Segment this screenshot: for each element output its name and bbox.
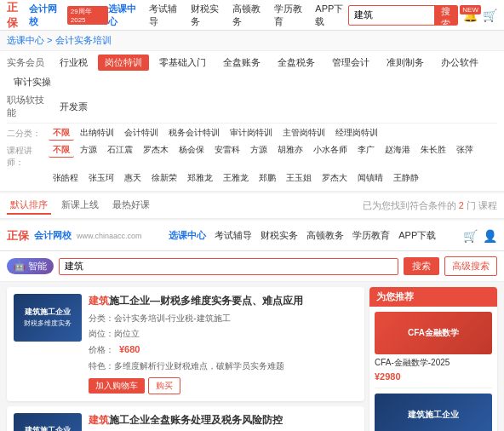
cat-label-zhichang: 职场软技能 [7, 94, 49, 119]
rec-thumb-2: 建筑施工企业 [375, 394, 492, 431]
cat-zhichang-fapiao[interactable]: 开发票 [53, 99, 94, 115]
top-search-input[interactable] [349, 10, 434, 20]
sub-fen-buxian[interactable]: 不限 [49, 126, 74, 141]
breadcrumb-link[interactable]: 选课中心 > 会计实务培训 [7, 35, 112, 45]
nav-item-exam[interactable]: 考试辅导 [149, 3, 182, 28]
sub-jiao-yang[interactable]: 杨会保 [175, 143, 209, 158]
breadcrumb: 选课中心 > 会计实务培训 [0, 31, 504, 51]
sub-jiao-li[interactable]: 李广 [353, 143, 379, 158]
meta-feature-1: 特色：多维度解析行业财税难点，破解学员实务难题 [89, 361, 284, 371]
cat-shiwu-zhunze[interactable]: 准则制务 [380, 55, 431, 71]
sub-fen-kuaiji[interactable]: 会计特训 [120, 126, 163, 141]
sub-jiao-hu[interactable]: 胡雅亦 [273, 143, 307, 158]
sort-options: 默认排序 新课上线 最热好课 [7, 197, 153, 215]
ai-search-bar: 🤖 智能 搜索 高级搜索 [0, 251, 504, 282]
nav2-item-tax[interactable]: 财税实务 [261, 229, 298, 242]
sub-cat-fen-items: 不限 出纳特训 会计特训 税务会计特训 审计岗特训 主管岗特训 经理岗特训 [49, 126, 497, 141]
course-card-2: 建筑施工企业 全盘账务处理 建筑施工企业全盘账务处理及税务风险防控 分类：会计实… [7, 406, 364, 431]
sub-jiao2-luo2[interactable]: 罗杰大 [318, 171, 352, 185]
nav2-item-select[interactable]: 选课中心 [169, 229, 206, 242]
course-title-2: 建筑施工企业全盘账务处理及税务风险防控 [89, 413, 358, 428]
sort-bar: 默认排序 新课上线 最热好课 已为您找到符合条件的 2 门 课程 [0, 193, 504, 219]
sub-jiao-fangyuan[interactable]: 方源 [76, 143, 101, 158]
ai-search-button[interactable]: 搜索 [404, 257, 439, 275]
cat-shiwu-quanpan[interactable]: 全盘账务 [216, 55, 267, 71]
nav2-item-app[interactable]: APP下载 [398, 229, 436, 242]
rec-thumb-text-1: CFA金融数学 [408, 327, 459, 339]
cat-shiwu-guanli[interactable]: 管理会计 [325, 55, 376, 71]
user-icon[interactable]: 👤 [483, 229, 497, 243]
ai-advanced-button[interactable]: 高级搜索 [444, 256, 497, 276]
rec-price-1: ¥2980 [375, 371, 401, 382]
sub-jiao-fang2[interactable]: 方源 [246, 143, 272, 158]
sub-jiao-zhu[interactable]: 朱长胜 [416, 143, 450, 158]
logo-area-2: 正保 会计网校 www.chinaacc.com [7, 228, 142, 244]
buy-btn-1[interactable]: 购买 [148, 377, 180, 394]
category-section: 实务会员 行业税 岗位特训 零基础入门 全盘账务 全盘税务 管理会计 准则制务 … [0, 51, 504, 192]
sub-fen-shuiwu[interactable]: 税务会计特训 [164, 126, 224, 141]
nav2-item-gaodun[interactable]: 高顿教务 [306, 229, 344, 242]
sub-cat-jiao-items: 不限 方源 石江震 罗杰木 杨会保 安雷科 方源 胡雅亦 小水各师 李广 赵海港… [49, 143, 497, 158]
sub-jiao2-zheng2[interactable]: 郑鹏 [255, 171, 280, 185]
cart-icon[interactable]: 🛒 [483, 9, 497, 22]
ai-badge: 🤖 智能 [7, 258, 54, 274]
sub-jiao2-wang3[interactable]: 王静静 [389, 171, 423, 185]
nav2-item-exam[interactable]: 考试辅导 [215, 229, 252, 242]
header-right-2: 🛒 👤 [463, 229, 497, 243]
meta-price-1: ¥680 [119, 344, 140, 354]
ai-search-input[interactable] [59, 258, 398, 275]
cat-shiwu-audit[interactable]: 审计实操 [7, 74, 58, 90]
sort-hot[interactable]: 最热好课 [109, 197, 153, 215]
sort-new[interactable]: 新课上线 [58, 197, 102, 215]
join-cart-btn-1[interactable]: 加入购物车 [89, 378, 145, 394]
nav2-item-edu[interactable]: 学历教育 [352, 229, 390, 242]
rec-title-1[interactable]: CFA-金融数学-2025 [375, 357, 492, 369]
meta-price-label-1: 价格： [89, 345, 114, 354]
cart-icon-2[interactable]: 🛒 [463, 229, 478, 243]
sub-jiao-an[interactable]: 安雷科 [210, 143, 244, 158]
title-rest-2: 施工企业全盘账务处理及税务风险防控 [109, 414, 283, 426]
sub-jiao-luojie[interactable]: 罗杰木 [139, 143, 173, 158]
sidebar-card: CFA金融数学 CFA-金融数学-2025 ¥2980 建筑施工企业 开讲堂·建… [369, 307, 497, 431]
sub-fen-jingli[interactable]: 经理岗特训 [331, 126, 382, 141]
top-header: 正保 会计网校 29周年 2025 选课中心 考试辅导 财税实务 高顿教务 学历… [0, 0, 504, 31]
sub-jiao2-wang2[interactable]: 王玉姐 [282, 171, 316, 185]
title-highlight-2: 建筑 [89, 414, 109, 426]
sub-jiao2-xu[interactable]: 徐新荣 [147, 171, 181, 185]
sub-jiao-zhao[interactable]: 赵海港 [381, 143, 415, 158]
meta-level-1: 岗位：岗位立 [89, 329, 140, 338]
sub-cat-jiao-row: 课程讲师： 不限 方源 石江震 罗杰木 杨会保 安雷科 方源 胡雅亦 小水各师 … [7, 143, 497, 169]
sub-jiao-shijia[interactable]: 石江震 [103, 143, 137, 158]
nav-item-select[interactable]: 选课中心 [108, 3, 141, 28]
cat-shiwu-huiyuan[interactable]: 行业税 [53, 55, 94, 71]
sub-jiao2-zhang2[interactable]: 张玉珂 [84, 171, 118, 185]
sidebar-section-rec: 为您推荐 CFA金融数学 CFA-金融数学-2025 ¥2980 建筑施工企业 [369, 287, 497, 431]
top-search-button[interactable]: 搜索 [434, 5, 457, 26]
logo-subtitle: 会计网校 [29, 3, 62, 28]
sub-jiao2-wang[interactable]: 王雅龙 [219, 171, 253, 185]
sub-jiao2-wen[interactable]: 闻镇晴 [353, 171, 387, 185]
thumb-title-1: 建筑施工企业 [25, 307, 71, 318]
sort-default[interactable]: 默认排序 [7, 197, 51, 215]
nav-item-gaodun[interactable]: 高顿教务 [232, 3, 266, 28]
course-card-1: 建筑施工企业 财税多维度实务 建筑施工企业—财税多维度实务要点、难点应用 分类：… [7, 287, 364, 401]
sub-jiao2-zhang1[interactable]: 张皓程 [49, 171, 83, 185]
sub-jiao2-zheng[interactable]: 郑雅龙 [183, 171, 217, 185]
sub-fen-zhuguan[interactable]: 主管岗特训 [278, 126, 329, 141]
nav-item-tax[interactable]: 财税实务 [191, 3, 224, 28]
cat-shiwu-office[interactable]: 办公软件 [434, 55, 485, 71]
sub-jiao-zhang[interactable]: 张萍 [452, 143, 478, 158]
rec-item-1: CFA金融数学 CFA-金融数学-2025 ¥2980 [375, 312, 492, 388]
cat-shiwu-lingjichu[interactable]: 零基础入门 [152, 55, 213, 71]
sub-jiao2-hui[interactable]: 惠天 [120, 171, 146, 185]
sub-jiao-xiao[interactable]: 小水各师 [309, 143, 352, 158]
sub-fen-chuna[interactable]: 出纳特训 [76, 126, 118, 141]
nav-item-edu[interactable]: 学历教育 [274, 3, 307, 28]
category-row-2: 职场软技能 开发票 [7, 94, 497, 119]
sub-jiao-buxian[interactable]: 不限 [49, 143, 74, 158]
nav-item-app[interactable]: APP下载 [315, 3, 348, 28]
cat-shiwu-gangwei[interactable]: 岗位特训 [98, 55, 149, 71]
cat-shiwu-quanpanshui[interactable]: 全盘税务 [271, 55, 322, 71]
sub-fen-shenji[interactable]: 审计岗特训 [226, 126, 277, 141]
logo-icon-2: 正保 [7, 228, 29, 244]
